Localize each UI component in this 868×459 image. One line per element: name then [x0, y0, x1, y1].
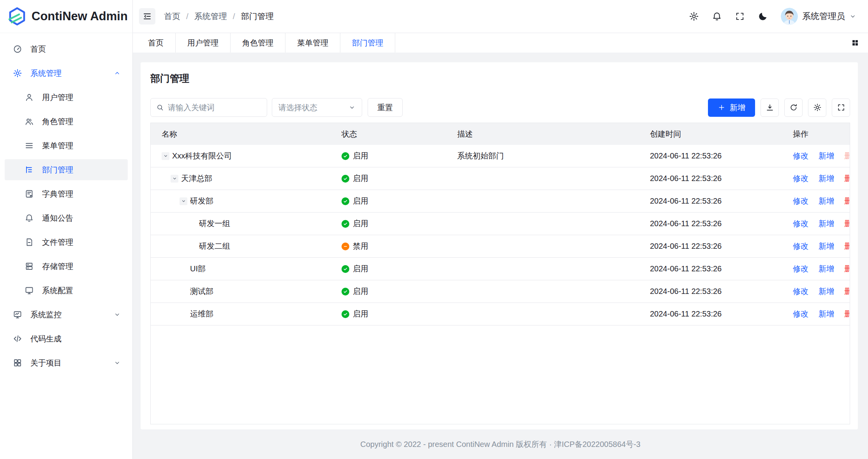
tab-actions-button[interactable] [851, 39, 859, 47]
column-header-描述: 描述 [446, 129, 639, 139]
table-row: Xxx科技有限公司启用系统初始部门2024-06-11 22:53:26修改新增… [151, 145, 850, 167]
column-header-操作: 操作 [782, 129, 850, 139]
sidebar-item-系统管理[interactable]: 系统管理 [5, 63, 128, 84]
breadcrumb-item[interactable]: 系统管理 [194, 11, 227, 22]
delete-link[interactable]: 删除 [844, 218, 850, 229]
breadcrumb-item[interactable]: 首页 [164, 11, 180, 22]
actions-cell: 修改新增删除 [782, 264, 850, 274]
sidebar-item-菜单管理[interactable]: 菜单管理 [5, 135, 128, 156]
sidebar-item-通知公告[interactable]: 通知公告 [5, 208, 128, 229]
sidebar-item-字典管理[interactable]: 字典管理 [5, 183, 128, 204]
modify-link[interactable]: 修改 [793, 309, 808, 319]
search-input[interactable] [168, 103, 261, 112]
status-cell: 启用 [331, 151, 446, 161]
toolbar: 请选择状态 重置 新增 [150, 98, 850, 117]
name-cell: 研发一组 [151, 218, 331, 229]
breadcrumb-separator: / [233, 12, 235, 21]
created-time-cell: 2024-06-11 22:53:26 [639, 310, 782, 318]
status-select[interactable]: 请选择状态 [272, 98, 362, 117]
download-button[interactable] [761, 98, 779, 117]
delete-link[interactable]: 删除 [844, 196, 850, 206]
expand-toggle[interactable] [180, 197, 187, 205]
settings-button[interactable] [808, 98, 826, 117]
table-row: 研发一组启用2024-06-11 22:53:26修改新增删除 [151, 213, 850, 235]
status-enabled-badge [342, 265, 349, 273]
department-name: 天津总部 [181, 173, 212, 184]
add-link[interactable]: 新增 [819, 173, 834, 184]
sidebar-item-系统监控[interactable]: 系统监控 [5, 304, 128, 325]
status-label: 禁用 [353, 241, 368, 251]
refresh-button[interactable] [784, 98, 803, 117]
modify-link[interactable]: 修改 [793, 218, 808, 229]
status-label: 启用 [353, 173, 368, 184]
modify-link[interactable]: 修改 [793, 241, 808, 251]
add-link[interactable]: 新增 [819, 264, 834, 274]
add-link[interactable]: 新增 [819, 309, 834, 319]
add-link[interactable]: 新增 [819, 218, 834, 229]
modify-link[interactable]: 修改 [793, 286, 808, 297]
app-title: ContiNew Admin [32, 9, 128, 23]
modify-link[interactable]: 修改 [793, 196, 808, 206]
table-header: 名称状态描述创建时间操作 [151, 123, 850, 145]
modify-link[interactable]: 修改 [793, 264, 808, 274]
fullscreen-button[interactable] [832, 98, 850, 117]
search-icon [156, 104, 164, 111]
theme-toggle-button[interactable] [758, 11, 768, 21]
user-menu[interactable]: 系统管理员 [781, 8, 856, 25]
delete-link[interactable]: 删除 [844, 264, 850, 274]
expand-toggle[interactable] [171, 175, 178, 183]
logo[interactable]: ContiNew Admin [0, 0, 132, 33]
department-name: 运维部 [190, 309, 213, 319]
delete-link[interactable]: 删除 [844, 309, 850, 319]
delete-link[interactable]: 删除 [844, 286, 850, 297]
tab-用户管理[interactable]: 用户管理 [176, 33, 231, 53]
actions-cell: 修改新增删除 [782, 151, 850, 161]
fullscreen-button[interactable] [735, 11, 745, 21]
sidebar-item-label: 关于项目 [30, 358, 62, 368]
sidebar-item-label: 系统配置 [42, 285, 73, 296]
status-label: 启用 [353, 309, 368, 319]
collapse-sidebar-button[interactable] [139, 8, 155, 25]
sidebar: ContiNew Admin 首页系统管理用户管理角色管理菜单管理部门管理字典管… [0, 0, 133, 459]
sidebar-item-代码生成[interactable]: 代码生成 [5, 328, 128, 349]
sidebar-item-部门管理[interactable]: 部门管理 [5, 159, 128, 180]
sidebar-item-关于项目[interactable]: 关于项目 [5, 352, 128, 373]
tab-角色管理[interactable]: 角色管理 [231, 33, 285, 53]
delete-link[interactable]: 删除 [844, 173, 850, 184]
status-label: 启用 [353, 218, 368, 229]
sidebar-item-存储管理[interactable]: 存储管理 [5, 256, 128, 277]
add-button[interactable]: 新增 [708, 98, 755, 117]
add-link[interactable]: 新增 [819, 196, 834, 206]
delete-link-disabled: 删除 [844, 151, 850, 161]
created-time-cell: 2024-06-11 22:53:26 [639, 242, 782, 251]
settings-button[interactable] [689, 11, 699, 21]
tab-首页[interactable]: 首页 [136, 33, 176, 53]
expand-toggle[interactable] [162, 152, 169, 160]
tab-菜单管理[interactable]: 菜单管理 [285, 33, 340, 53]
reset-button[interactable]: 重置 [368, 98, 403, 117]
tab-部门管理[interactable]: 部门管理 [340, 33, 395, 53]
page-title: 部门管理 [150, 72, 850, 84]
sidebar-item-文件管理[interactable]: 文件管理 [5, 232, 128, 253]
description-text: 系统初始部门 [457, 151, 504, 161]
modify-link[interactable]: 修改 [793, 151, 808, 161]
notifications-button[interactable] [712, 11, 722, 21]
add-link[interactable]: 新增 [819, 241, 834, 251]
table-row: 研发部启用2024-06-11 22:53:26修改新增删除 [151, 190, 850, 213]
add-link[interactable]: 新增 [819, 286, 834, 297]
app-window: ContiNew Admin 首页系统管理用户管理角色管理菜单管理部门管理字典管… [0, 0, 868, 459]
sidebar-item-label: 菜单管理 [42, 141, 73, 151]
name-cell: 运维部 [151, 309, 331, 319]
modify-link[interactable]: 修改 [793, 173, 808, 184]
sidebar-item-用户管理[interactable]: 用户管理 [5, 87, 128, 108]
sidebar-item-系统配置[interactable]: 系统配置 [5, 280, 128, 301]
delete-link[interactable]: 删除 [844, 241, 850, 251]
sidebar-item-首页[interactable]: 首页 [5, 39, 128, 60]
top-header: 首页/系统管理/部门管理 [133, 0, 868, 33]
add-link[interactable]: 新增 [819, 151, 834, 161]
sidebar-item-角色管理[interactable]: 角色管理 [5, 111, 128, 132]
created-time: 2024-06-11 22:53:26 [650, 151, 722, 160]
breadcrumb-item[interactable]: 部门管理 [241, 11, 274, 22]
main-column: 首页/系统管理/部门管理 [133, 0, 868, 459]
created-time-cell: 2024-06-11 22:53:26 [639, 174, 782, 183]
